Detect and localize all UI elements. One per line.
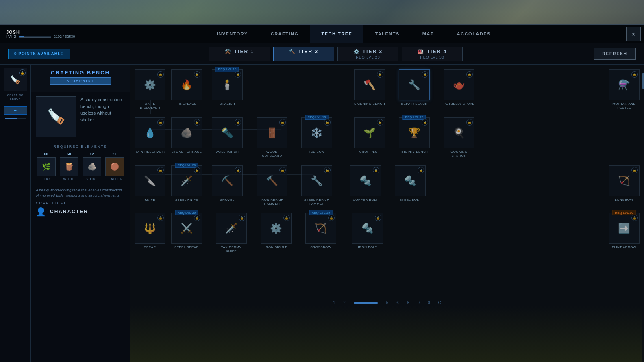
- fireplace-icon: 🔥: [181, 79, 193, 91]
- node-steel-repair-hammer[interactable]: 🔧 🔒 STEEL REPAIR HAMMER: [301, 165, 333, 206]
- steel-bolt-icon: 🔩: [404, 175, 416, 186]
- tech-tree-area: 🪚 🔒 CRAFTINGBENCH + CRAFTING BENCH BLUEP…: [0, 65, 644, 362]
- node-skinning-bench[interactable]: 🪓 🔒 SKINNING BENCH: [354, 69, 385, 106]
- brazier-icon: 🕯️: [221, 79, 233, 91]
- node-label-copper-bolt: COPPER BOLT: [353, 198, 378, 202]
- tier-tab-1[interactable]: ⚒️ TIER 1: [209, 47, 270, 61]
- node-box-cooking-station: 🍳 🔒: [444, 117, 474, 148]
- tier-tabs: ⚒️ TIER 1 🔨 TIER 2 ⚙️ TIER 3 REQ LVL 20: [78, 47, 594, 61]
- lock-wall-torch: 🔒: [235, 119, 241, 126]
- node-box-knife: 🔪 🔒: [135, 165, 165, 196]
- trophy-bench-icon: 🏆: [408, 127, 420, 139]
- node-iron-bolt[interactable]: 🔩 🔒 IRON BOLT: [352, 213, 383, 249]
- scroll-num-3: 5: [386, 301, 389, 305]
- node-longbow[interactable]: 🏹 🔒 LONGBOW: [608, 165, 640, 202]
- node-spear[interactable]: 🔱 🔒 SPEAR: [134, 213, 166, 249]
- node-label-iron-repair-hammer: IRON REPAIR HAMMER: [256, 198, 288, 206]
- lock-fireplace: 🔒: [194, 71, 200, 78]
- scroll-num-2: 2: [343, 301, 346, 305]
- node-label-mortar-pestle: MORTAR ANDPESTLE: [612, 102, 636, 110]
- node-label-steel-repair-hammer: STEEL REPAIR HAMMER: [301, 198, 333, 206]
- node-knife[interactable]: 🔪 🔒 KNIFE: [134, 165, 166, 202]
- node-label-spear: SPEAR: [144, 245, 156, 249]
- node-copper-bolt[interactable]: 🔩 🔒 COPPER BOLT: [350, 165, 381, 202]
- node-iron-sickle[interactable]: ⚙️ 🔒 IRON SICKLE: [260, 213, 292, 249]
- node-crop-plot[interactable]: 🌱 🔒 CROP PLOT: [354, 117, 385, 154]
- node-label-steel-knife: STEEL KNIFE: [175, 198, 198, 202]
- tier3-icon: ⚙️: [353, 49, 360, 54]
- steel-spear-icon: ⚔️: [181, 223, 193, 234]
- tab-crafting[interactable]: CRAFTING: [259, 25, 310, 43]
- node-flint-arrow[interactable]: REQ LVL 20 ➡️ 🔒 FLINT ARROW: [608, 213, 640, 249]
- node-stone-furnace[interactable]: 🪨 🔒 STONE FURNACE: [171, 117, 202, 154]
- node-box-iron-bolt: 🔩 🔒: [352, 213, 383, 244]
- lock-taxidermy-knife: 🔒: [239, 215, 245, 221]
- tier2-icon: 🔨: [289, 49, 296, 54]
- close-button[interactable]: ✕: [626, 27, 641, 41]
- node-box-taxidermy-knife: 🗡️ 🔒: [216, 213, 247, 244]
- scrollbar-thumb: [642, 73, 644, 89]
- node-box-crop-plot: 🌱 🔒: [354, 117, 385, 148]
- lock-iron-sickle: 🔒: [283, 215, 290, 221]
- shovel-icon: ⛏️: [221, 175, 233, 186]
- tab-accolades[interactable]: ACCOLADES: [446, 25, 502, 43]
- node-ice-box[interactable]: REQ LVL 15 ❄️ 🔒 ICE BOX: [301, 117, 333, 154]
- tier3-req: REQ LVL 20: [356, 55, 380, 59]
- node-label-knife: KNIFE: [145, 198, 155, 202]
- node-box-steel-spear: REQ LVL 20 ⚔️ 🔒: [171, 213, 202, 244]
- node-box-stone-furnace: 🪨 🔒: [171, 117, 202, 148]
- crafting-bench-sidebar-node[interactable]: 🪚 🔒: [4, 68, 27, 91]
- node-oxite-dissolver[interactable]: ⚙️ 🔒 OXITE DISSOLVER: [134, 69, 166, 110]
- node-brazier[interactable]: REQ LVL 15 🕯️ 🔒 BRAZIER: [211, 69, 243, 106]
- sidebar-node-label: CRAFTINGBENCH: [7, 94, 24, 101]
- tab-tech-tree[interactable]: TECH TREE: [310, 25, 364, 43]
- node-trophy-bench[interactable]: REQ LVL 20 🏆 🔒 TROPHY BENCH: [398, 117, 430, 154]
- tier-tab-3[interactable]: ⚙️ TIER 3 REQ LVL 20: [337, 47, 398, 61]
- node-rain-reservoir[interactable]: 💧 🔒 RAIN RESERVOIR: [134, 117, 166, 154]
- node-wood-cupboard[interactable]: 🚪 🔒 WOOD CUPBOARD: [256, 117, 288, 158]
- node-fireplace[interactable]: 🔥 🔒 FIREPLACE: [171, 69, 202, 106]
- node-box-repair-bench: 🔧 🔒: [399, 69, 430, 100]
- oxite-dissolver-icon: ⚙️: [144, 79, 156, 91]
- node-steel-spear[interactable]: REQ LVL 20 ⚔️ 🔒 STEEL SPEAR: [171, 213, 202, 249]
- xp-bar: [19, 36, 51, 38]
- tab-map[interactable]: MAP: [411, 25, 446, 43]
- node-iron-repair-hammer[interactable]: 🔨 🔒 IRON REPAIR HAMMER: [256, 165, 288, 206]
- detail-body: 🪚 A sturdy construction bench, though us…: [31, 92, 130, 141]
- node-label-ice-box: ICE BOX: [309, 150, 324, 154]
- node-repair-bench[interactable]: 🔧 🔒 REPAIR BENCH: [398, 69, 430, 106]
- ingredient-flax: 60 🌿 FLAX: [37, 152, 56, 181]
- node-potbelly-stove[interactable]: 🫖 🔒 POTBELLY STOVE: [443, 69, 475, 106]
- node-mortar-pestle[interactable]: ⚗️ 🔒 MORTAR ANDPESTLE: [608, 69, 640, 110]
- refresh-button[interactable]: REFRESH: [594, 48, 636, 60]
- lock-flint-arrow: 🔒: [631, 215, 638, 221]
- add-button[interactable]: +: [4, 106, 27, 115]
- node-label-shovel: SHOVEL: [220, 198, 234, 202]
- node-label-rain-reservoir: RAIN RESERVOIR: [135, 150, 165, 154]
- lock-potbelly-stove: 🔒: [466, 71, 473, 78]
- node-taxidermy-knife[interactable]: 🗡️ 🔒 TAXIDERMY KNIFE: [215, 213, 247, 253]
- node-box-steel-bolt: 🔩 🔒: [395, 165, 426, 196]
- lock-steel-repair-hammer: 🔒: [324, 167, 331, 173]
- blueprint-badge: BLUEPRINT: [50, 77, 111, 85]
- node-steel-knife[interactable]: REQ LVL 20 🗡️ 🔒 STEEL KNIFE: [171, 165, 202, 202]
- node-crossbow[interactable]: REQ LVL 15 🏹 🔒 CROSSBOW: [305, 213, 337, 249]
- tier-tab-2[interactable]: 🔨 TIER 2: [273, 47, 334, 61]
- req-badge-trophy-bench: REQ LVL 20: [402, 115, 426, 120]
- node-label-steel-bolt: STEEL BOLT: [400, 198, 421, 202]
- tier-tab-4[interactable]: 🏭 TIER 4 REQ LVL 30: [402, 47, 463, 61]
- node-label-crop-plot: CROP PLOT: [359, 150, 380, 154]
- tab-talents[interactable]: TALENTS: [363, 25, 411, 43]
- scrollbar-right[interactable]: [642, 65, 644, 362]
- node-steel-bolt[interactable]: 🔩 🔒 STEEL BOLT: [394, 165, 426, 202]
- node-cooking-station[interactable]: 🍳 🔒 COOKING STATION: [443, 117, 475, 158]
- node-shovel[interactable]: ⛏️ 🔒 SHOVEL: [211, 165, 243, 202]
- req-badge-steel-knife: REQ LVL 20: [175, 163, 198, 168]
- node-wall-torch[interactable]: 🔦 🔒 WALL TORCH: [211, 117, 243, 154]
- footer-description: A heavy woodworking table that enables c…: [36, 188, 125, 198]
- ingredient-stone-count: 12: [89, 152, 94, 156]
- tab-inventory[interactable]: INVENTORY: [205, 25, 259, 43]
- detail-panel: 🪚 🔒 CRAFTINGBENCH + CRAFTING BENCH BLUEP…: [0, 65, 130, 362]
- lock-steel-spear: 🔒: [194, 215, 200, 221]
- spear-icon: 🔱: [144, 223, 156, 234]
